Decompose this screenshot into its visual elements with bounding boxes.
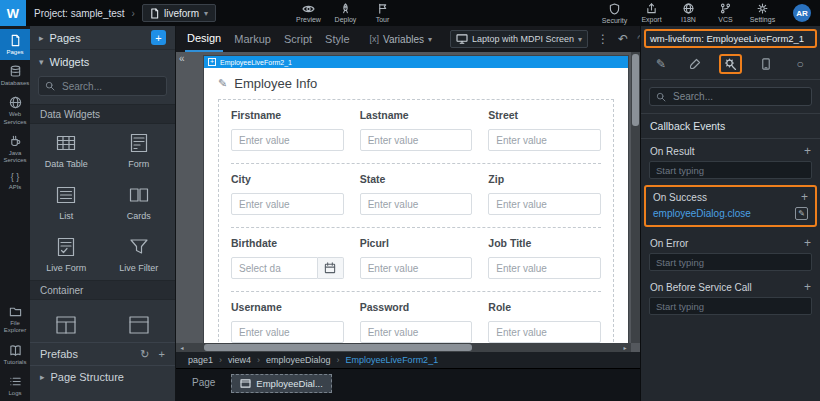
rail-item-tutorials[interactable]: Tutorials: [0, 339, 30, 370]
field-input[interactable]: Enter value: [488, 321, 601, 343]
collapse-left-panel-icon[interactable]: «: [179, 53, 185, 64]
form-field-role[interactable]: Role Enter value: [488, 301, 601, 343]
canvas-page[interactable]: + EmployeeLiveForm2_1 ✎ Employee Info Fi…: [204, 56, 628, 343]
prefabs-section-header[interactable]: Prefabs ↻ +: [30, 342, 175, 365]
tab-design[interactable]: Design: [185, 26, 223, 52]
horizontal-scrollbar-thumb[interactable]: [204, 344, 472, 351]
properties-search-box[interactable]: [649, 87, 812, 106]
page-structure-section-header[interactable]: ▸ Page Structure: [30, 365, 175, 388]
design-canvas[interactable]: « + EmployeeLiveForm2_1 ✎ Employee Info …: [176, 52, 640, 352]
form-field-city[interactable]: City Enter value: [231, 173, 344, 215]
wavemaker-logo[interactable]: W: [0, 0, 26, 26]
variables-dropdown[interactable]: [x] Variables ▾: [370, 34, 432, 45]
user-avatar[interactable]: AR: [793, 4, 811, 22]
rail-item-databases[interactable]: Databases: [0, 60, 30, 91]
tab-style[interactable]: Style: [323, 26, 351, 52]
field-input[interactable]: Enter value: [488, 129, 601, 151]
widget-tile-live-filter[interactable]: Live Filter: [103, 228, 176, 280]
security-button[interactable]: Security: [596, 3, 633, 24]
refresh-icon[interactable]: ↻: [140, 348, 149, 361]
tab-employee-dialog-active[interactable]: EmployeeDial...: [231, 374, 332, 393]
rail-item-file-explorer[interactable]: File Explorer: [0, 300, 30, 338]
properties-search-input[interactable]: [671, 90, 805, 103]
edit-handler-icon[interactable]: ✎: [795, 207, 808, 220]
tab-page[interactable]: Page: [192, 374, 215, 388]
field-input[interactable]: Enter value: [231, 129, 344, 151]
date-input[interactable]: Select da: [231, 257, 318, 279]
horizontal-scrollbar-track[interactable]: [188, 343, 619, 352]
scroll-right-arrow-icon[interactable]: ▸: [619, 344, 631, 351]
widget-tile-form[interactable]: Form: [103, 124, 176, 176]
form-field-birthdate[interactable]: Birthdate Select da: [231, 237, 344, 279]
field-input[interactable]: Enter value: [231, 321, 344, 343]
on-error-input[interactable]: [652, 257, 809, 268]
form-field-picurl[interactable]: Picurl Enter value: [360, 237, 473, 279]
styles-tab[interactable]: [685, 58, 705, 70]
form-field-password[interactable]: Password Enter value: [360, 301, 473, 343]
field-input[interactable]: Enter value: [488, 193, 601, 215]
form-field-lastname[interactable]: Lastname Enter value: [360, 109, 473, 151]
add-page-button[interactable]: +: [151, 30, 166, 45]
field-input[interactable]: Enter value: [360, 257, 473, 279]
form-field-job-title[interactable]: Job Title Enter value: [488, 237, 601, 279]
on-before-service-call-input[interactable]: [652, 301, 809, 312]
liveform-widget[interactable]: ✎ Employee Info Firstname Enter value La…: [204, 68, 628, 343]
widget-tile-list[interactable]: List: [30, 176, 103, 228]
container-widget-tile[interactable]: [30, 300, 103, 342]
widget-search-input[interactable]: [60, 80, 160, 93]
widget-tile-live-form[interactable]: Live Form: [30, 228, 103, 280]
rail-item-java-services[interactable]: Java Services: [0, 130, 30, 168]
advanced-settings-tab-active[interactable]: [719, 54, 742, 74]
widgets-section-header[interactable]: ▾ Widgets: [30, 50, 175, 74]
widget-tile-data-table[interactable]: Data Table: [30, 124, 103, 176]
tab-markup[interactable]: Markup: [232, 26, 273, 52]
form-field-street[interactable]: Street Enter value: [488, 109, 601, 151]
breadcrumb-item-current[interactable]: EmployeeLiveForm2_1: [346, 355, 439, 365]
rail-item-pages[interactable]: Pages: [0, 29, 30, 60]
breadcrumb-item[interactable]: view4: [228, 355, 251, 365]
i18n-button[interactable]: I18N: [670, 3, 707, 24]
form-field-zip[interactable]: Zip Enter value: [488, 173, 601, 215]
vertical-scrollbar-thumb[interactable]: [632, 54, 639, 126]
page-selector-dropdown[interactable]: liveform ▾: [142, 4, 216, 22]
calendar-icon[interactable]: [318, 257, 344, 279]
field-input[interactable]: Enter value: [231, 193, 344, 215]
settings-button[interactable]: Settings: [744, 3, 781, 24]
field-input[interactable]: Enter value: [360, 129, 473, 151]
breadcrumb-item[interactable]: employeeDialog: [266, 355, 331, 365]
field-input[interactable]: Enter value: [360, 193, 473, 215]
rail-item-web-services[interactable]: Web Services: [0, 91, 30, 129]
rail-item-logs[interactable]: Logs: [0, 370, 30, 401]
device-tab[interactable]: [756, 58, 776, 70]
scroll-left-arrow-icon[interactable]: ◂: [176, 344, 188, 351]
rail-item-apis[interactable]: { } APIs: [0, 168, 30, 195]
field-input[interactable]: Enter value: [360, 321, 473, 343]
widget-drag-handle-icon[interactable]: +: [208, 58, 216, 66]
form-field-username[interactable]: Username Enter value: [231, 301, 344, 343]
add-event-icon[interactable]: +: [801, 191, 808, 203]
add-event-icon[interactable]: +: [804, 237, 811, 249]
form-field-state[interactable]: State Enter value: [360, 173, 473, 215]
tab-script[interactable]: Script: [282, 26, 314, 52]
tour-button[interactable]: Tour: [364, 3, 401, 23]
widget-tile-cards[interactable]: Cards: [103, 176, 176, 228]
on-success-handler-link[interactable]: employeeDialog.close: [653, 208, 751, 219]
vertical-scrollbar[interactable]: [631, 52, 640, 343]
vcs-button[interactable]: VCS: [707, 3, 744, 24]
widget-selection-bar[interactable]: + EmployeeLiveForm2_1: [204, 56, 628, 68]
pages-section-header[interactable]: ▸ Pages +: [30, 26, 175, 50]
undo-icon[interactable]: ↶: [618, 33, 628, 45]
kebab-menu-icon[interactable]: ⋮: [597, 33, 609, 45]
device-selector[interactable]: Laptop with MDPI Screen ▾: [450, 30, 588, 48]
date-input-group[interactable]: Select da: [231, 257, 344, 279]
add-prefab-button[interactable]: +: [159, 348, 165, 361]
container-widget-tile[interactable]: [103, 300, 176, 342]
breadcrumb-item[interactable]: page1: [188, 355, 213, 365]
properties-tab[interactable]: ✎: [651, 57, 671, 71]
export-button[interactable]: Export: [633, 3, 670, 24]
on-result-input[interactable]: [652, 165, 809, 176]
preview-button[interactable]: Preview: [290, 3, 327, 23]
horizontal-scrollbar[interactable]: ◂ ▸: [176, 343, 631, 352]
widget-search-box[interactable]: [38, 76, 167, 96]
form-field-firstname[interactable]: Firstname Enter value: [231, 109, 344, 151]
